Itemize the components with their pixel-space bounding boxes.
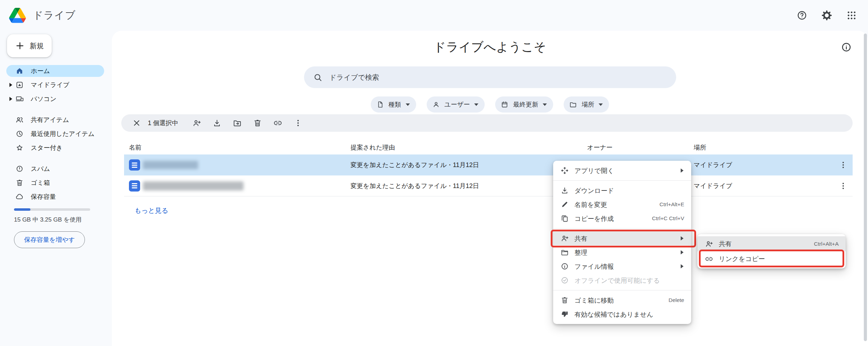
menu-item-label: 有効な候補ではありません bbox=[574, 310, 684, 319]
sidebar-item-starred[interactable]: スター付き bbox=[6, 142, 104, 154]
menu-item-download[interactable]: ダウンロード bbox=[553, 183, 691, 197]
menu-item-organize[interactable]: 整理 bbox=[553, 245, 691, 259]
menu-item-label: 名前を変更 bbox=[574, 200, 654, 209]
submenu-arrow-icon bbox=[681, 168, 683, 173]
share-person-add-icon[interactable] bbox=[192, 118, 201, 128]
thumb-down-icon bbox=[560, 310, 569, 318]
sidebar-item-label: スター付き bbox=[31, 144, 63, 152]
selection-actions bbox=[192, 118, 303, 128]
app-title: ドライブ bbox=[33, 8, 76, 22]
sidebar-item-label: マイドライブ bbox=[31, 81, 70, 89]
menu-item-rename[interactable]: 名前を変更 Ctrl+Alt+E bbox=[553, 197, 691, 211]
chevron-down-icon bbox=[406, 103, 410, 106]
menu-divider bbox=[553, 290, 691, 290]
sidebar-item-my-drive[interactable]: マイドライブ bbox=[6, 79, 104, 91]
search-bar bbox=[304, 66, 676, 88]
submenu-arrow-icon bbox=[681, 250, 683, 254]
copy-link-icon[interactable] bbox=[273, 118, 282, 128]
move-to-folder-icon[interactable] bbox=[233, 118, 242, 128]
table-row[interactable]: 変更を加えたことがあるファイル・11月12日 マイドライブ bbox=[124, 175, 853, 196]
blurred-file-name bbox=[143, 181, 244, 190]
filter-chip-location[interactable]: 場所 bbox=[564, 96, 609, 113]
row-more-options-icon[interactable] bbox=[839, 181, 853, 190]
suggested-files-table: 名前 提案された理由 オーナー 場所 変更を加えたことがあるファイル・11月12… bbox=[124, 140, 853, 215]
rename-pencil-icon bbox=[560, 200, 569, 209]
plus-icon bbox=[15, 41, 25, 51]
sidebar-nav: ホーム マイドライブ パソコン bbox=[0, 65, 112, 203]
sidebar-item-recent[interactable]: 最近使用したアイテム bbox=[6, 128, 104, 140]
google-drive-logo bbox=[9, 8, 26, 23]
blurred-file-name bbox=[143, 161, 198, 169]
menu-item-label: ファイル情報 bbox=[574, 262, 675, 271]
settings-gear-icon[interactable] bbox=[819, 8, 834, 23]
menu-item-label: コピーを作成 bbox=[574, 214, 646, 223]
buy-storage-button[interactable]: 保存容量を増やす bbox=[14, 231, 85, 248]
row-location: マイドライブ bbox=[694, 182, 832, 190]
column-header-location: 場所 bbox=[694, 143, 832, 152]
new-button[interactable]: 新規 bbox=[7, 34, 52, 57]
column-header-reason: 提案された理由 bbox=[350, 143, 587, 152]
filter-chips: 種類 ユーザー 最終更新 bbox=[112, 96, 868, 113]
search-input[interactable] bbox=[330, 73, 669, 81]
sidebar: 新規 ホーム マイドライブ bbox=[0, 31, 112, 346]
submenu-item-share[interactable]: 共有 Ctrl+Alt+A bbox=[697, 236, 846, 251]
info-icon[interactable] bbox=[841, 41, 853, 53]
sidebar-item-storage[interactable]: 保存容量 bbox=[6, 191, 104, 203]
table-header: 名前 提案された理由 オーナー 場所 bbox=[124, 140, 853, 154]
column-header-owner: オーナー bbox=[587, 143, 694, 152]
row-reason: 変更を加えたことがあるファイル・11月12日 bbox=[350, 182, 587, 190]
submenu-item-label: 共有 bbox=[719, 239, 808, 248]
menu-divider bbox=[553, 180, 691, 181]
sidebar-item-home[interactable]: ホーム bbox=[6, 65, 104, 77]
storage-usage-text: 15 GB 中 3.25 GB を使用 bbox=[14, 216, 112, 224]
menu-item-file-information[interactable]: ファイル情報 bbox=[553, 259, 691, 273]
scrollbar[interactable] bbox=[864, 34, 867, 341]
show-more-link[interactable]: もっと見る bbox=[135, 206, 168, 215]
offline-pin-icon bbox=[560, 276, 569, 284]
sidebar-item-label: 共有アイテム bbox=[31, 116, 69, 124]
row-more-options-icon[interactable] bbox=[839, 160, 853, 170]
person-add-icon bbox=[705, 240, 713, 248]
selection-toolbar: 1 個選択中 bbox=[121, 114, 853, 132]
filter-chip-people[interactable]: ユーザー bbox=[427, 96, 485, 113]
trash-icon bbox=[15, 179, 24, 187]
menu-item-label: オフラインで使用可能にする bbox=[574, 276, 684, 285]
row-reason: 変更を加えたことがあるファイル・11月12日 bbox=[350, 161, 587, 169]
menu-item-open-with[interactable]: アプリで開く bbox=[553, 164, 691, 178]
sidebar-item-shared[interactable]: 共有アイテム bbox=[6, 114, 104, 126]
cloud-icon bbox=[15, 193, 24, 201]
copy-icon bbox=[560, 214, 569, 223]
file-type-icon bbox=[376, 101, 384, 108]
google-doc-icon bbox=[129, 159, 140, 171]
row-location: マイドライブ bbox=[694, 161, 832, 169]
close-icon[interactable] bbox=[130, 116, 144, 130]
sidebar-item-computers[interactable]: パソコン bbox=[6, 93, 104, 105]
folder-icon bbox=[560, 248, 569, 257]
table-row[interactable]: 変更を加えたことがあるファイル・11月12日 マイドライブ bbox=[124, 154, 853, 175]
filter-chip-modified[interactable]: 最終更新 bbox=[495, 96, 553, 113]
sidebar-item-label: パソコン bbox=[31, 95, 57, 103]
submenu-item-copy-link[interactable]: リンクをコピー bbox=[697, 251, 846, 266]
menu-item-make-a-copy[interactable]: コピーを作成 Ctrl+C Ctrl+V bbox=[553, 211, 691, 225]
filter-chip-type[interactable]: 種類 bbox=[371, 96, 416, 113]
help-icon[interactable] bbox=[795, 8, 809, 23]
filter-chip-label: ユーザー bbox=[444, 100, 470, 109]
expand-arrow-icon[interactable] bbox=[9, 97, 12, 101]
menu-item-label: ダウンロード bbox=[574, 186, 684, 195]
expand-arrow-icon[interactable] bbox=[9, 83, 12, 87]
trash-icon[interactable] bbox=[253, 118, 262, 128]
filter-chip-label: 場所 bbox=[581, 100, 594, 109]
menu-item-label: アプリで開く bbox=[574, 166, 675, 175]
chevron-down-icon bbox=[599, 103, 603, 106]
menu-item-share[interactable]: 共有 bbox=[553, 231, 691, 245]
sidebar-item-spam[interactable]: スパム bbox=[6, 163, 104, 175]
more-options-icon[interactable] bbox=[294, 118, 303, 128]
menu-item-not-helpful-suggestion[interactable]: 有効な候補ではありません bbox=[553, 307, 691, 321]
menu-item-move-to-trash[interactable]: ゴミ箱に移動 Delete bbox=[553, 293, 691, 307]
apps-grid-icon[interactable] bbox=[844, 8, 859, 23]
download-icon bbox=[560, 186, 569, 195]
main-content: ドライブへようこそ 種類 bbox=[112, 31, 868, 346]
sidebar-item-trash[interactable]: ゴミ箱 bbox=[6, 177, 104, 189]
download-icon[interactable] bbox=[212, 118, 222, 128]
search-icon bbox=[313, 73, 323, 82]
